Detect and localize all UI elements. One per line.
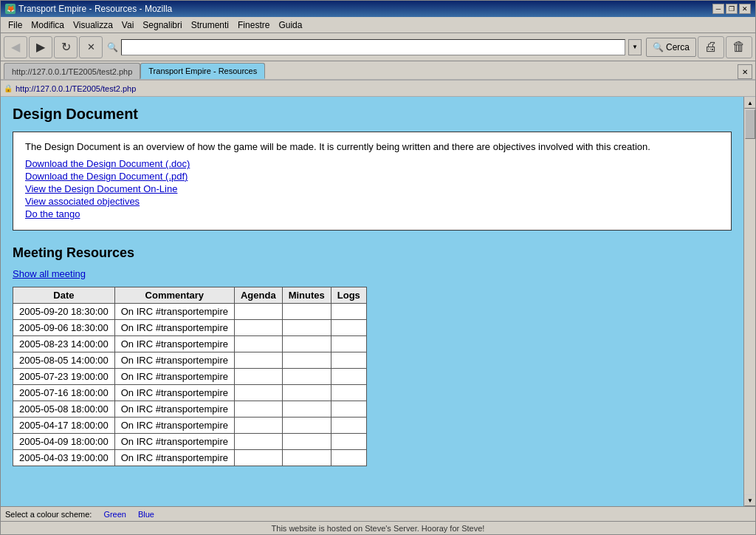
url-link[interactable]: http://127.0.0.1/TE2005/test2.php	[16, 84, 136, 93]
link-download-pdf[interactable]: Download the Design Document (.pdf)	[25, 171, 719, 182]
menu-segnalibri[interactable]: Segnalibri	[138, 19, 186, 31]
col-logs: Logs	[331, 287, 366, 304]
print-button[interactable]: 🖨	[698, 36, 724, 58]
search-label: Cerca	[666, 42, 690, 52]
browser-icon: 🦊	[5, 4, 16, 14]
cell-date: 2005-04-17 18:00:00	[13, 418, 115, 434]
ssl-icon: 🔒	[4, 84, 13, 92]
table-row: 2005-08-05 14:00:00On IRC #transportempi…	[13, 352, 367, 369]
cell-commentary: On IRC #transportempire	[114, 369, 234, 385]
forward-button[interactable]: ▶	[29, 36, 52, 58]
minimize-button[interactable]: ─	[712, 4, 724, 14]
cell-logs	[331, 385, 366, 401]
cell-minutes	[282, 352, 331, 369]
table-row: 2005-09-06 18:30:00On IRC #transportempi…	[13, 320, 367, 336]
cell-agenda	[234, 352, 282, 369]
col-date: Date	[13, 287, 115, 304]
meeting-resources-title: Meeting Resources	[13, 245, 732, 261]
cell-commentary: On IRC #transportempire	[114, 352, 234, 369]
cell-date: 2005-09-06 18:30:00	[13, 320, 115, 336]
cell-agenda	[234, 450, 282, 466]
stop-button[interactable]: ✕	[79, 36, 103, 58]
colour-green-link[interactable]: Green	[103, 510, 126, 519]
menu-visualizza[interactable]: Visualizza	[69, 19, 117, 31]
content-wrapper: Design Document The Design Document is a…	[1, 97, 755, 506]
tab-bar: http://127.0.0.1/TE2005/test2.php Transp…	[1, 61, 755, 81]
cell-minutes	[282, 304, 331, 320]
status-text: Select a colour scheme:	[5, 510, 92, 519]
menu-vai[interactable]: Vai	[117, 19, 138, 31]
tab-close-all-button[interactable]: ✕	[738, 64, 752, 79]
cell-commentary: On IRC #transportempire	[114, 336, 234, 352]
cell-date: 2005-04-09 18:00:00	[13, 434, 115, 450]
cell-logs	[331, 369, 366, 385]
menu-finestre[interactable]: Finestre	[233, 19, 274, 31]
cell-date: 2005-09-20 18:30:00	[13, 304, 115, 320]
forward-icon: ▶	[36, 40, 45, 54]
menu-bar: File Modifica Visualizza Vai Segnalibri …	[1, 17, 755, 33]
menu-modifica[interactable]: Modifica	[27, 19, 69, 31]
cell-agenda	[234, 369, 282, 385]
scrollbar: ▲ ▼	[743, 97, 755, 506]
browser-window: 🦊 Transport Empire - Resources - Mozilla…	[0, 0, 756, 535]
col-agenda: Agenda	[234, 287, 282, 304]
link-download-doc[interactable]: Download the Design Document (.doc)	[25, 158, 719, 169]
address-dropdown[interactable]: ▼	[628, 39, 642, 55]
trash-button[interactable]: 🗑	[726, 36, 752, 58]
address-input[interactable]	[121, 39, 625, 55]
link-view-online[interactable]: View the Design Document On-Line	[25, 183, 719, 194]
menu-strumenti[interactable]: Strumenti	[187, 19, 233, 31]
scroll-thumb[interactable]	[745, 109, 755, 139]
cell-agenda	[234, 320, 282, 336]
status-bar: Select a colour scheme: Green Blue	[1, 506, 755, 521]
cell-date: 2005-07-23 19:00:00	[13, 369, 115, 385]
link-do-tango[interactable]: Do the tango	[25, 208, 719, 219]
cell-minutes	[282, 320, 331, 336]
table-row: 2005-04-17 18:00:00On IRC #transportempi…	[13, 418, 367, 434]
reload-icon: ↻	[61, 40, 71, 54]
close-button[interactable]: ✕	[739, 4, 751, 14]
trash-icon: 🗑	[732, 39, 746, 55]
cell-agenda	[234, 401, 282, 418]
cell-agenda	[234, 434, 282, 450]
table-row: 2005-09-20 18:30:00On IRC #transportempi…	[13, 304, 367, 320]
cell-logs	[331, 434, 366, 450]
cell-logs	[331, 450, 366, 466]
cell-agenda	[234, 304, 282, 320]
menu-file[interactable]: File	[4, 19, 27, 31]
main-content: Design Document The Design Document is a…	[13, 106, 732, 497]
design-document-box: The Design Document is an overview of ho…	[13, 132, 732, 231]
cell-commentary: On IRC #transportempire	[114, 320, 234, 336]
cell-minutes	[282, 434, 331, 450]
cell-agenda	[234, 336, 282, 352]
search-button[interactable]: 🔍 Cerca	[646, 38, 696, 57]
stop-icon: ✕	[87, 41, 95, 52]
design-document-description: The Design Document is an overview of ho…	[25, 141, 719, 152]
show-all-meeting-link[interactable]: Show all meeting	[13, 268, 732, 279]
table-row: 2005-04-09 18:00:00On IRC #transportempi…	[13, 434, 367, 450]
scroll-up-button[interactable]: ▲	[744, 97, 755, 109]
cell-logs	[331, 352, 366, 369]
meeting-table-header: Date Commentary Agenda Minutes Logs	[13, 287, 367, 304]
back-button[interactable]: ◀	[4, 36, 27, 58]
menu-guida[interactable]: Guida	[274, 19, 306, 31]
table-row: 2005-07-23 19:00:00On IRC #transportempi…	[13, 369, 367, 385]
meeting-table: Date Commentary Agenda Minutes Logs 2005…	[13, 287, 367, 466]
scroll-down-button[interactable]: ▼	[744, 494, 755, 506]
restore-button[interactable]: ❐	[726, 4, 738, 14]
tab-1[interactable]: Transport Empire - Resources	[140, 63, 265, 79]
cell-commentary: On IRC #transportempire	[114, 434, 234, 450]
cell-agenda	[234, 418, 282, 434]
tab-0-label: http://127.0.0.1/TE2005/test2.php	[12, 67, 132, 76]
table-row: 2005-04-03 19:00:00On IRC #transportempi…	[13, 450, 367, 466]
window-title: Transport Empire - Resources - Mozilla	[18, 4, 172, 14]
tab-bar-right: ✕	[738, 64, 752, 79]
tab-0[interactable]: http://127.0.0.1/TE2005/test2.php	[4, 63, 140, 79]
reload-button[interactable]: ↻	[54, 36, 78, 58]
cell-date: 2005-08-23 14:00:00	[13, 336, 115, 352]
colour-blue-link[interactable]: Blue	[138, 510, 154, 519]
link-view-objectives[interactable]: View associated objectives	[25, 196, 719, 207]
scroll-track	[744, 109, 755, 494]
cell-minutes	[282, 401, 331, 418]
meeting-table-body: 2005-09-20 18:30:00On IRC #transportempi…	[13, 304, 367, 466]
